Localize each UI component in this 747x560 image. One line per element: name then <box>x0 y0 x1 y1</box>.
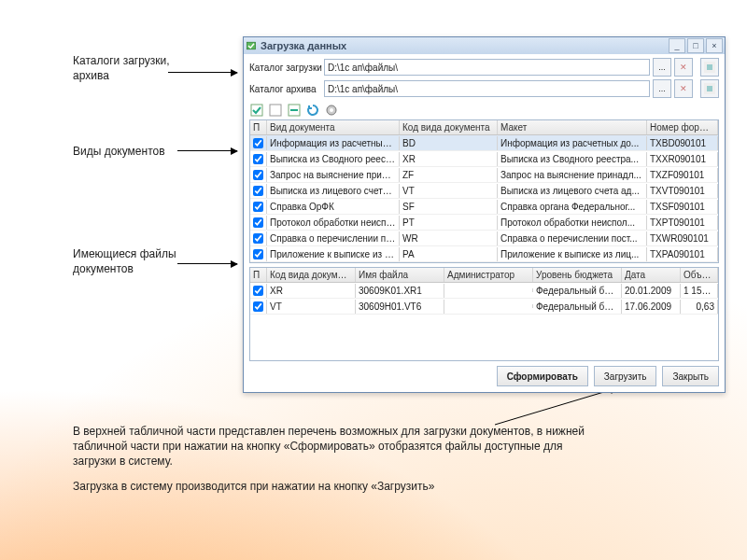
files-grid[interactable]: П Код вида документа Имя файла Администр… <box>249 267 719 361</box>
svg-rect-5 <box>251 105 262 116</box>
col-format: Номер формата <box>647 120 718 134</box>
row-checkbox[interactable] <box>250 152 267 166</box>
row-checkbox[interactable] <box>250 284 267 298</box>
archive-catalog-browse[interactable]: ... <box>653 79 671 98</box>
table-row[interactable]: VT30609H01.VT6Федеральный бюджет17.06.20… <box>250 299 718 315</box>
archive-catalog-input[interactable]: D:\1с ап\файлы\ <box>324 80 650 97</box>
svg-rect-2 <box>247 42 256 49</box>
annotation-doctypes: Виды документов <box>73 145 165 160</box>
load-catalog-label: Каталог загрузки <box>249 63 324 73</box>
table-row[interactable]: Запрос на выяснение принадл...ZFЗапрос н… <box>250 167 718 183</box>
table-row[interactable]: Справка о перечислении пост...WRСправка … <box>250 231 718 246</box>
col-budget: Уровень бюджета <box>533 268 622 282</box>
table-row[interactable]: XR30609K01.XR1Федеральный бюджет20.01.20… <box>250 283 718 299</box>
check-half-icon[interactable] <box>287 103 302 118</box>
minimize-button[interactable]: _ <box>669 38 685 53</box>
load-catalog-browse[interactable]: ... <box>653 58 671 77</box>
svg-rect-6 <box>270 105 281 116</box>
arrow-catalogs <box>168 72 237 73</box>
toolbar <box>244 103 725 119</box>
col-code: Код вида документа <box>400 120 498 134</box>
col-size: Объем, КБ <box>681 268 718 282</box>
svg-rect-8 <box>290 109 298 111</box>
col-doctype: Вид документа <box>267 120 400 134</box>
col-admin: Администратор <box>444 268 533 282</box>
archive-catalog-clear[interactable]: ✕ <box>674 79 693 98</box>
load-catalog-help[interactable] <box>700 58 719 77</box>
table-row[interactable]: Выписка из Сводного реестра...XRВыписка … <box>250 151 718 167</box>
col-check: П <box>250 268 267 282</box>
table-row[interactable]: Приложение к выписке из лиц...PAПриложен… <box>250 246 718 262</box>
arrow-files <box>177 263 237 264</box>
row-checkbox[interactable] <box>250 247 267 261</box>
paths-panel: Каталог загрузки D:\1с ап\файлы\ ... ✕ К… <box>244 54 725 103</box>
archive-catalog-label: Каталог архива <box>249 84 324 94</box>
uncheck-all-icon[interactable] <box>268 103 283 118</box>
arrow-form-button <box>0 0 1 1</box>
col-layout: Макет <box>498 120 647 134</box>
form-button[interactable]: Сформировать <box>497 366 588 386</box>
refresh-icon[interactable] <box>305 103 320 118</box>
row-checkbox[interactable] <box>250 136 267 150</box>
archive-catalog-help[interactable] <box>700 79 719 98</box>
row-checkbox[interactable] <box>250 216 267 230</box>
row-checkbox[interactable] <box>250 200 267 214</box>
col-filename: Имя файла <box>356 268 444 282</box>
dialog-load-data: Загрузка данных _ □ × Каталог загрузки D… <box>243 36 726 393</box>
check-all-icon[interactable] <box>249 103 264 118</box>
load-catalog-clear[interactable]: ✕ <box>674 58 693 77</box>
load-button[interactable]: Загрузить <box>594 366 657 386</box>
svg-line-0 <box>495 388 616 425</box>
settings-icon[interactable] <box>324 103 339 118</box>
table-row[interactable]: Справка ОрФКSFСправка органа Федеральног… <box>250 199 718 215</box>
footer-buttons: Сформировать Загрузить Закрыть <box>244 361 725 392</box>
titlebar: Загрузка данных _ □ × <box>244 37 725 54</box>
col-date: Дата <box>622 268 681 282</box>
col-check: П <box>250 120 267 134</box>
table-header: П Код вида документа Имя файла Администр… <box>250 268 718 283</box>
window-title: Загрузка данных <box>261 40 667 51</box>
close-button[interactable]: × <box>706 38 723 53</box>
row-checkbox[interactable] <box>250 168 267 182</box>
document-types-grid[interactable]: П Вид документа Код вида документа Макет… <box>249 119 719 263</box>
load-catalog-input[interactable]: D:\1с ап\файлы\ <box>324 59 650 76</box>
annotation-catalogs: Каталоги загрузки, архива <box>73 54 204 83</box>
col-code: Код вида документа <box>267 268 356 282</box>
maximize-button[interactable]: □ <box>687 38 704 53</box>
row-checkbox[interactable] <box>250 184 267 198</box>
svg-point-10 <box>330 108 333 112</box>
table-row[interactable]: Информация из расчетных до...BDИнформаци… <box>250 135 718 151</box>
table-row[interactable]: Выписка из лицевого счета ад...VTВыписка… <box>250 183 718 199</box>
annotation-files: Имеющиеся файлы документов <box>73 247 204 276</box>
row-checkbox[interactable] <box>250 231 267 245</box>
arrow-doctypes <box>177 150 237 151</box>
table-row[interactable]: Протокол обработки неисполн...PTПротокол… <box>250 215 718 231</box>
table-header: П Вид документа Код вида документа Макет… <box>250 120 718 135</box>
close-dialog-button[interactable]: Закрыть <box>662 366 719 386</box>
app-icon <box>246 40 257 51</box>
explanation-text: В верхней табличной части представлен пе… <box>73 424 596 503</box>
row-checkbox[interactable] <box>250 300 267 314</box>
